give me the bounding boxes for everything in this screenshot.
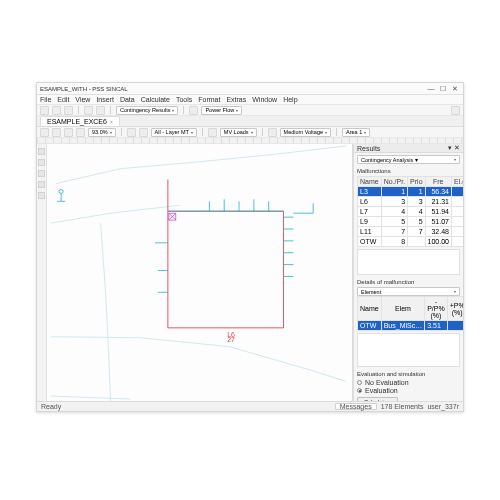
element-combo[interactable]: Element bbox=[357, 287, 460, 296]
status-bar: Ready Messages 178 Elements user_337r bbox=[37, 401, 463, 411]
status-messages-button[interactable]: Messages bbox=[335, 403, 377, 410]
voltage-combo[interactable]: Medium Voltage bbox=[280, 128, 331, 137]
save-icon[interactable] bbox=[64, 106, 73, 115]
results-title: Results bbox=[357, 145, 380, 152]
select-tool-icon[interactable] bbox=[38, 148, 45, 155]
col-rank[interactable]: No./Pr. bbox=[381, 177, 407, 187]
menu-file[interactable]: File bbox=[40, 96, 51, 103]
separator bbox=[202, 128, 203, 136]
menu-extras[interactable]: Extras bbox=[226, 96, 246, 103]
evaluation-section: Evaluation and simulation No Evaluation … bbox=[354, 369, 463, 401]
status-elements: 178 Elements bbox=[381, 403, 424, 410]
separator bbox=[183, 106, 184, 114]
network-diagram: L6 27 bbox=[47, 144, 352, 401]
network-canvas[interactable]: L6 27 bbox=[47, 144, 353, 401]
window-controls: — ☐ ✕ bbox=[426, 85, 460, 93]
col-name[interactable]: Name bbox=[358, 177, 382, 187]
details-spare-area bbox=[357, 333, 460, 367]
status-ready: Ready bbox=[41, 403, 61, 410]
document-tabs: ESAMPLE_EXCE6 × bbox=[37, 116, 463, 127]
menu-calculate[interactable]: Calculate bbox=[141, 96, 170, 103]
radio-no-eval[interactable] bbox=[357, 380, 362, 385]
dcol-pk[interactable]: +P% (%) bbox=[447, 297, 463, 321]
close-button[interactable]: ✕ bbox=[450, 85, 460, 93]
tab-graphic[interactable]: ESAMPLE_EXCE6 × bbox=[40, 116, 120, 126]
undo-icon[interactable] bbox=[84, 106, 93, 115]
panel-menu-icon[interactable]: ▾ ✕ bbox=[448, 144, 460, 152]
loads-combo[interactable]: MV Loads bbox=[220, 128, 257, 137]
node-tool-icon[interactable] bbox=[38, 159, 45, 166]
area-combo[interactable]: Area 1 bbox=[342, 128, 370, 137]
pan-icon[interactable] bbox=[52, 128, 61, 137]
redo-icon[interactable] bbox=[96, 106, 105, 115]
malfunctions-label: Malfunctions bbox=[357, 168, 460, 174]
separator bbox=[110, 106, 111, 114]
table-row[interactable]: L74451.94Yes3 bbox=[358, 207, 464, 217]
table-row[interactable]: L31156.34Yes3 bbox=[358, 187, 464, 197]
menu-tools[interactable]: Tools bbox=[176, 96, 192, 103]
dcol-name[interactable]: Name bbox=[358, 297, 382, 321]
results-header: Results ▾ ✕ bbox=[354, 144, 463, 153]
menu-window[interactable]: Window bbox=[252, 96, 277, 103]
tab-label: ESAMPLE_EXCE6 bbox=[47, 118, 107, 125]
measure-tool-icon[interactable] bbox=[38, 192, 45, 199]
voltage-icon[interactable] bbox=[268, 128, 277, 137]
table-row[interactable]: OTWBus_MiSc…3.51 bbox=[358, 321, 464, 331]
close-tab-icon[interactable]: × bbox=[110, 119, 113, 125]
zoom-in-icon[interactable] bbox=[64, 128, 73, 137]
result-view-combo[interactable]: Contingency Results bbox=[116, 106, 178, 115]
menu-format[interactable]: Format bbox=[198, 96, 220, 103]
radio-eval[interactable] bbox=[357, 388, 362, 393]
table-row[interactable]: L63321.31Yes3 bbox=[358, 197, 464, 207]
snap-icon[interactable] bbox=[139, 128, 148, 137]
eval-title: Evaluation and simulation bbox=[357, 371, 460, 377]
results-panel: Results ▾ ✕ Contingency Analysis ▾ Malfu… bbox=[353, 144, 463, 401]
zoom-combo[interactable]: 93.0% bbox=[88, 128, 116, 137]
col-el[interactable]: El.count bbox=[451, 177, 463, 187]
zoom-out-icon[interactable] bbox=[76, 128, 85, 137]
analysis-section: Contingency Analysis ▾ bbox=[354, 153, 463, 166]
grid-icon[interactable] bbox=[127, 128, 136, 137]
details-table[interactable]: Name Elem -P/P% (%) +P% (%) OTWBus_MiSc…… bbox=[357, 296, 463, 331]
table-row[interactable]: L117732.48Yes3 bbox=[358, 227, 464, 237]
table-row[interactable]: L95551.07Yes3 bbox=[358, 217, 464, 227]
layer-combo[interactable]: All - Layer MT bbox=[151, 128, 197, 137]
analysis-combo[interactable]: Contingency Analysis ▾ bbox=[357, 155, 460, 164]
status-user: user_337r bbox=[427, 403, 459, 410]
malfunctions-section: Malfunctions Name No./Pr. Prio Fre El.co… bbox=[354, 166, 463, 277]
text-tool-icon[interactable] bbox=[38, 181, 45, 188]
open-icon[interactable] bbox=[52, 106, 61, 115]
left-tool-palette bbox=[37, 144, 47, 401]
radio-no-eval-row[interactable]: No Evaluation bbox=[357, 379, 460, 386]
radio-no-eval-label: No Evaluation bbox=[365, 379, 409, 386]
col-fre[interactable]: Fre bbox=[425, 177, 451, 187]
svg-point-0 bbox=[59, 189, 63, 193]
separator bbox=[121, 128, 122, 136]
malfunctions-table[interactable]: Name No./Pr. Prio Fre El.count Replace L… bbox=[357, 176, 463, 247]
new-icon[interactable] bbox=[40, 106, 49, 115]
malfunctions-spare-area bbox=[357, 249, 460, 275]
filter-icon[interactable] bbox=[208, 128, 217, 137]
menu-data[interactable]: Data bbox=[120, 96, 135, 103]
minimize-button[interactable]: — bbox=[426, 85, 436, 93]
menu-insert[interactable]: Insert bbox=[96, 96, 114, 103]
separator bbox=[262, 128, 263, 136]
separator bbox=[78, 106, 79, 114]
line-tool-icon[interactable] bbox=[38, 170, 45, 177]
menu-view[interactable]: View bbox=[75, 96, 90, 103]
menu-edit[interactable]: Edit bbox=[57, 96, 69, 103]
pointer-icon[interactable] bbox=[40, 128, 49, 137]
toolbar-row-1: Contingency Results Power Flow bbox=[37, 105, 463, 116]
col-prio[interactable]: Prio bbox=[408, 177, 425, 187]
dcol-elem[interactable]: Elem bbox=[381, 297, 425, 321]
maximize-button[interactable]: ☐ bbox=[438, 85, 448, 93]
help-icon[interactable] bbox=[451, 106, 460, 115]
menu-bar: File Edit View Insert Data Calculate Too… bbox=[37, 95, 463, 105]
toolbar-row-2: 93.0% All - Layer MT MV Loads Medium Vol… bbox=[37, 127, 463, 138]
dcol-ppk[interactable]: -P/P% (%) bbox=[425, 297, 448, 321]
radio-eval-row[interactable]: Evaluation bbox=[357, 387, 460, 394]
run-icon[interactable] bbox=[189, 106, 198, 115]
calc-mode-combo[interactable]: Power Flow bbox=[201, 106, 242, 115]
table-row[interactable]: OTW8100.00Yes0 bbox=[358, 237, 464, 247]
menu-help[interactable]: Help bbox=[283, 96, 297, 103]
